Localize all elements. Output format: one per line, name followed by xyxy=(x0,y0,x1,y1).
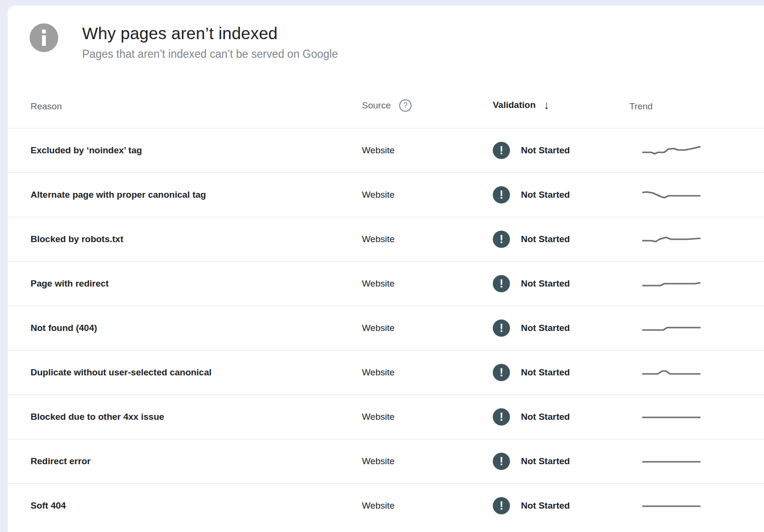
source-cell: Website xyxy=(362,412,493,422)
source-cell: Website xyxy=(362,323,493,333)
validation-cell: ! Not Started xyxy=(493,319,629,337)
alert-glyph: ! xyxy=(499,277,503,290)
trend-sparkline xyxy=(642,411,700,423)
not-started-icon: ! xyxy=(493,186,510,203)
source-cell: Website xyxy=(362,367,493,378)
validation-status: Not Started xyxy=(521,456,570,467)
validation-status: Not Started xyxy=(521,500,570,511)
validation-cell: ! Not Started xyxy=(493,364,629,381)
trend-sparkline xyxy=(642,277,700,290)
trend-cell xyxy=(629,144,764,157)
trend-cell xyxy=(629,189,764,201)
alert-glyph: ! xyxy=(499,322,503,335)
info-icon-stem xyxy=(42,35,46,46)
source-cell: Website xyxy=(362,278,493,289)
table-row[interactable]: Soft 404 Website ! Not Started xyxy=(8,483,764,528)
trend-cell xyxy=(629,366,764,379)
trend-sparkline xyxy=(642,233,700,245)
sort-descending-icon: ↓ xyxy=(544,98,550,112)
table-row[interactable]: Not found (404) Website ! Not Started xyxy=(8,306,764,350)
table-row[interactable]: Blocked by robots.txt Website ! Not Star… xyxy=(8,217,764,261)
trend-sparkline xyxy=(642,189,700,201)
trend-sparkline xyxy=(642,500,700,512)
help-icon-glyph: ? xyxy=(403,101,408,110)
column-header-validation-label: Validation xyxy=(493,100,536,110)
indexing-report-card: Why pages aren’t indexed Pages that aren… xyxy=(8,6,764,532)
not-started-icon: ! xyxy=(493,453,510,470)
column-header-source[interactable]: Source ? xyxy=(362,99,493,112)
trend-cell xyxy=(629,233,764,245)
column-header-trend: Trend xyxy=(629,101,764,112)
table-body: Excluded by ‘noindex’ tag Website ! Not … xyxy=(8,128,764,528)
page-title: Why pages aren’t indexed xyxy=(82,24,338,43)
validation-status: Not Started xyxy=(521,234,570,245)
alert-glyph: ! xyxy=(499,233,503,246)
validation-status: Not Started xyxy=(521,367,570,378)
table-row[interactable]: Blocked due to other 4xx issue Website !… xyxy=(8,394,764,439)
trend-cell xyxy=(629,277,764,290)
source-cell: Website xyxy=(362,190,493,200)
validation-status: Not Started xyxy=(521,145,570,156)
reason-cell: Not found (404) xyxy=(31,323,362,333)
page-background: Why pages aren’t indexed Pages that aren… xyxy=(0,6,764,532)
validation-cell: ! Not Started xyxy=(493,497,629,514)
reason-cell: Excluded by ‘noindex’ tag xyxy=(31,145,362,156)
alert-glyph: ! xyxy=(499,366,503,379)
column-header-reason-label: Reason xyxy=(31,101,62,112)
source-cell: Website xyxy=(362,145,493,156)
reason-cell: Alternate page with proper canonical tag xyxy=(31,190,362,200)
table-row[interactable]: Duplicate without user-selected canonica… xyxy=(8,350,764,394)
header-titles: Why pages aren’t indexed Pages that aren… xyxy=(82,23,338,61)
validation-cell: ! Not Started xyxy=(493,408,629,426)
not-started-icon: ! xyxy=(493,231,510,248)
not-started-icon: ! xyxy=(493,142,510,159)
source-cell: Website xyxy=(362,500,493,511)
reason-cell: Blocked by robots.txt xyxy=(31,234,362,245)
alert-glyph: ! xyxy=(499,500,503,512)
validation-status: Not Started xyxy=(521,278,570,289)
validation-cell: ! Not Started xyxy=(493,231,629,248)
validation-status: Not Started xyxy=(521,190,570,200)
source-cell: Website xyxy=(362,456,493,467)
not-started-icon: ! xyxy=(493,497,510,514)
column-header-source-label: Source xyxy=(362,100,391,111)
table-row[interactable]: Alternate page with proper canonical tag… xyxy=(8,172,764,217)
column-header-validation[interactable]: Validation ↓ xyxy=(493,98,629,112)
reason-cell: Blocked due to other 4xx issue xyxy=(31,412,362,422)
trend-sparkline xyxy=(642,144,700,157)
table-row[interactable]: Redirect error Website ! Not Started xyxy=(8,439,764,483)
trend-sparkline xyxy=(642,366,700,379)
page-subtitle: Pages that aren’t indexed can’t be serve… xyxy=(82,48,338,61)
trend-cell xyxy=(629,500,764,512)
validation-cell: ! Not Started xyxy=(493,453,629,470)
validation-status: Not Started xyxy=(521,412,570,422)
source-cell: Website xyxy=(362,234,493,245)
info-icon xyxy=(30,23,58,52)
validation-cell: ! Not Started xyxy=(493,275,629,292)
validation-cell: ! Not Started xyxy=(493,186,629,203)
reason-cell: Page with redirect xyxy=(31,278,362,289)
alert-glyph: ! xyxy=(499,189,503,202)
reason-cell: Soft 404 xyxy=(31,500,362,511)
not-started-icon: ! xyxy=(493,408,510,426)
alert-glyph: ! xyxy=(499,411,503,424)
trend-sparkline xyxy=(642,322,700,334)
not-started-icon: ! xyxy=(493,319,510,337)
reason-cell: Redirect error xyxy=(31,456,362,467)
info-icon-dot xyxy=(42,30,46,33)
column-header-trend-label: Trend xyxy=(629,101,653,112)
table-header-row: Reason Source ? Validation ↓ Trend xyxy=(8,61,764,128)
help-icon[interactable]: ? xyxy=(399,99,412,112)
table-row[interactable]: Page with redirect Website ! Not Started xyxy=(8,261,764,306)
alert-glyph: ! xyxy=(499,144,503,157)
trend-cell xyxy=(629,455,764,468)
reason-cell: Duplicate without user-selected canonica… xyxy=(31,367,362,378)
table-row[interactable]: Excluded by ‘noindex’ tag Website ! Not … xyxy=(8,128,764,172)
validation-cell: ! Not Started xyxy=(493,142,629,159)
column-header-reason[interactable]: Reason xyxy=(31,101,362,112)
trend-sparkline xyxy=(642,455,700,468)
not-started-icon: ! xyxy=(493,275,510,292)
card-header: Why pages aren’t indexed Pages that aren… xyxy=(8,6,764,61)
trend-cell xyxy=(629,322,764,334)
trend-cell xyxy=(629,411,764,423)
